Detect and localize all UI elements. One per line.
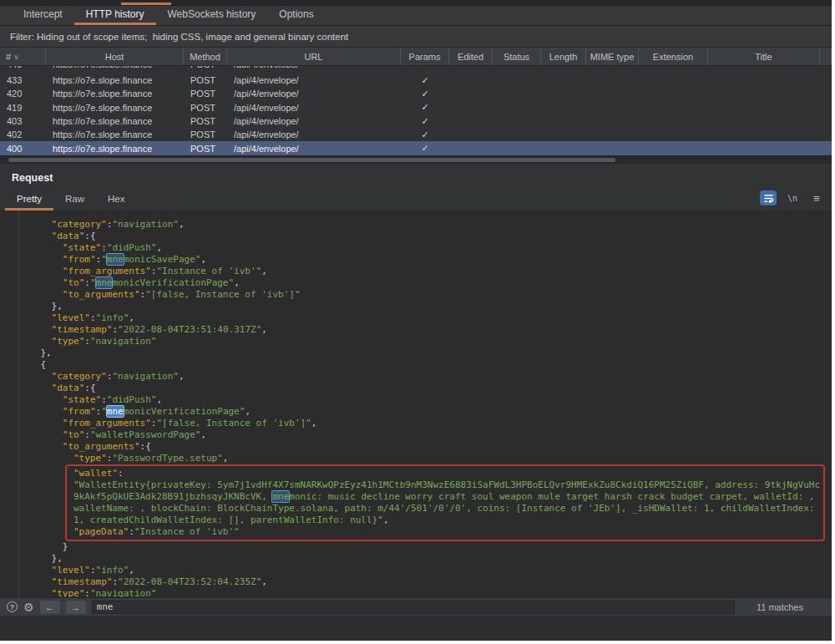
column-header-method[interactable]: Method [184,48,227,65]
tab-raw[interactable]: Raw [53,189,96,210]
previous-match-button[interactable]: ← [40,601,60,614]
code-line: "to_arguments":{ [0,441,827,453]
code-line: "wallet": [67,468,822,479]
search-settings-gear-icon[interactable]: ⚙ [23,601,34,613]
column-header-url[interactable]: URL [227,48,401,65]
editor-gutter-line [18,210,19,616]
request-editor-code[interactable]: "category":"navigation","data":{"state":… [0,210,832,616]
burp-proxy-window: InterceptHTTP historyWebSockets historyO… [0,0,832,641]
request-panel: Request PrettyRawHex \n ≡ "category":"na… [0,164,832,616]
filter-text: Filter: Hiding out of scope items; hidin… [10,32,348,42]
request-editor[interactable]: "category":"navigation","data":{"state":… [0,210,832,616]
code-line: "timestamp":"2022-08-04T23:51:40.317Z", [0,324,827,336]
table-row[interactable]: 402https://o7e.slope.financePOST/api/4/e… [0,128,832,141]
match-count-label: 11 matches [757,602,825,612]
column-header-length[interactable]: Length [541,48,586,65]
code-line: "timestamp":"2022-08-04T23:52:04.235Z", [0,576,827,588]
column-header--[interactable]: #∨ [0,48,46,65]
http-history-table: #∨HostMethodURLParamsEditedStatusLengthM… [0,48,832,155]
code-line: "type":"PasswordType.setup", [0,453,827,464]
table-row[interactable]: 440https://o7e.slope.financePOST/api/4/e… [0,66,832,74]
column-header-params[interactable]: Params [401,48,449,65]
column-header-mime-type[interactable]: MIME type [586,48,639,65]
code-line: "WalletEntity{privateKey: 5ym7j1vdHf4X7s… [67,479,822,526]
code-line: "category":"navigation", [0,371,827,383]
help-icon[interactable]: ? [7,601,18,612]
menu-icon[interactable]: ≡ [808,190,825,205]
code-line: "from_arguments":"[false, Instance of 'i… [0,418,827,429]
editor-toolbar-icons: \n ≡ [760,190,825,205]
column-header-host[interactable]: Host [46,48,184,65]
code-line: "type":"navigation" [0,336,827,347]
column-header-spacer [820,48,832,65]
code-line: "data":{ [0,383,827,394]
word-wrap-icon[interactable] [760,190,777,205]
tab-websockets-history[interactable]: WebSockets history [156,6,268,25]
request-title: Request [0,172,832,189]
code-line: { [0,359,827,371]
tab-options[interactable]: Options [267,6,325,25]
request-view-tabs: PrettyRawHex \n ≡ [0,189,832,210]
table-header: #∨HostMethodURLParamsEditedStatusLengthM… [0,48,832,66]
table-row[interactable]: 419https://o7e.slope.financePOST/api/4/e… [0,101,832,114]
code-line: "to":"walletPasswordPage", [0,429,827,441]
column-header-title[interactable]: Title [708,48,820,65]
code-line: "data":{ [0,231,827,242]
code-line: "level":"info", [0,565,827,576]
code-line: "to_arguments":"[false, Instance of 'ivb… [0,289,827,301]
proxy-subtabs: InterceptHTTP historyWebSockets historyO… [0,6,832,26]
table-row[interactable]: 400https://o7e.slope.financePOST/api/4/e… [0,141,832,155]
wallet-annotation-box: "wallet":"WalletEntity{privateKey: 5ym7j… [65,464,825,541]
tab-intercept[interactable]: Intercept [12,6,74,25]
search-bar: ? ⚙ ← → 11 matches [0,597,832,616]
code-line: }, [0,553,827,565]
table-horizontal-scrollbar[interactable] [0,155,832,164]
tab-hex[interactable]: Hex [96,189,136,210]
sort-chevron-icon: ∨ [13,53,19,61]
search-input[interactable] [92,601,735,614]
code-line: "to":"mnemonicVerificationPage", [0,277,827,289]
code-line: "pageData":"Instance of 'ivb'" [67,526,822,538]
table-row[interactable]: 433https://o7e.slope.financePOST/api/4/e… [0,74,832,87]
history-rows: 440https://o7e.slope.financePOST/api/4/e… [0,66,832,155]
code-line: }, [0,301,827,312]
proxy-tab-underline [121,3,171,5]
tab-pretty[interactable]: Pretty [5,189,53,210]
parent-tab-bar-fragment [0,0,832,6]
code-line: "from":"mnemonicVerificationPage", [0,406,827,418]
scrollbar-thumb[interactable] [8,158,615,162]
code-line: "from_arguments":"Instance of 'ivb'", [0,266,827,277]
code-line: "category":"navigation", [0,219,827,231]
code-line: "from":"mnemonicSavePage", [0,254,827,266]
code-line: "state":"didPush", [0,242,827,254]
next-match-button[interactable]: → [66,601,86,614]
tab-http-history[interactable]: HTTP history [74,6,156,25]
column-header-extension[interactable]: Extension [639,48,708,65]
table-row[interactable]: 420https://o7e.slope.financePOST/api/4/e… [0,87,832,100]
code-line: "state":"didPush", [0,394,827,406]
code-line: } [0,541,827,553]
code-line: }, [0,347,827,359]
filter-bar[interactable]: Filter: Hiding out of scope items; hidin… [0,26,832,48]
column-header-edited[interactable]: Edited [449,48,493,65]
newline-icon[interactable]: \n [784,190,801,205]
column-header-status[interactable]: Status [493,48,541,65]
table-row[interactable]: 403https://o7e.slope.financePOST/api/4/e… [0,114,832,128]
code-line: "level":"info", [0,312,827,324]
